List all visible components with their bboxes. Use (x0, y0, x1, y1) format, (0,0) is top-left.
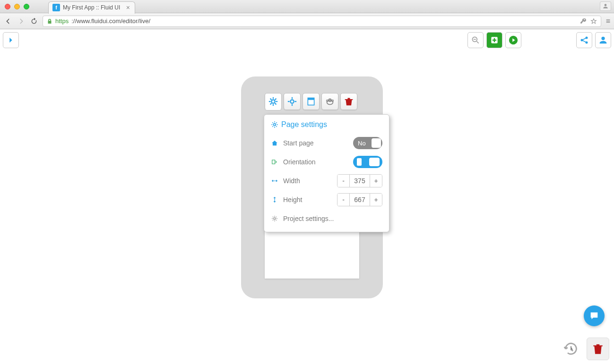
svg-line-13 (270, 99, 272, 100)
row-orientation: Orientation (271, 152, 382, 171)
svg-point-8 (271, 100, 275, 103)
tab-close-icon[interactable]: × (126, 4, 130, 11)
trash-icon (592, 343, 604, 355)
svg-line-44 (276, 220, 277, 220)
traffic-lights (5, 4, 29, 9)
orientation-toggle[interactable] (353, 156, 382, 168)
orientation-icon (271, 159, 278, 165)
trash-icon (344, 97, 354, 106)
row-project-settings[interactable]: Project settings... (271, 209, 382, 228)
history-button[interactable] (563, 341, 579, 357)
width-label: Width (283, 177, 332, 185)
svg-point-26 (327, 100, 329, 102)
user-icon (598, 35, 608, 45)
popover-title-text: Page settings (281, 120, 327, 129)
svg-line-14 (275, 103, 277, 105)
width-stepper: - + (337, 174, 382, 187)
chevron-right-icon (7, 36, 15, 44)
svg-rect-37 (272, 160, 275, 164)
help-button[interactable] (584, 305, 605, 326)
svg-line-43 (273, 217, 273, 217)
share-icon (579, 35, 589, 45)
width-input[interactable] (350, 175, 370, 187)
project-settings-label: Project settings... (283, 215, 382, 222)
add-page-button[interactable] (486, 32, 502, 48)
height-decrement[interactable]: - (337, 194, 350, 206)
svg-point-24 (327, 100, 333, 104)
arrow-right-icon (17, 17, 26, 25)
row-height: Height - + (271, 190, 382, 209)
star-icon[interactable] (590, 18, 597, 25)
chat-icon (589, 311, 599, 321)
svg-line-33 (272, 122, 273, 123)
window-zoom-button[interactable] (24, 4, 29, 9)
sidebar-toggle-button[interactable] (3, 32, 19, 48)
window-minimize-button[interactable] (14, 4, 20, 9)
page-clone-button[interactable] (321, 93, 338, 110)
gear-icon (271, 215, 278, 222)
svg-point-38 (274, 218, 276, 220)
play-button[interactable] (505, 32, 521, 48)
account-button[interactable] (595, 32, 611, 48)
nav-forward-button[interactable] (17, 17, 26, 25)
svg-line-46 (276, 217, 277, 217)
width-increment[interactable]: + (370, 175, 382, 187)
tab-title: My First App :: Fluid UI (63, 4, 120, 11)
nav-back-button[interactable] (4, 17, 12, 25)
key-icon[interactable] (580, 18, 587, 25)
svg-line-35 (272, 126, 273, 127)
browser-tab[interactable]: f My First App :: Fluid UI × (48, 1, 135, 14)
page-preview-button[interactable] (284, 93, 301, 110)
page-icon (306, 97, 316, 106)
start-page-toggle[interactable]: No (353, 137, 382, 149)
orientation-portrait (357, 158, 362, 166)
top-toolbar (467, 32, 611, 48)
address-bar: https://www.fluidui.com/editor/live/ ≡ (0, 13, 614, 29)
height-stepper: - + (337, 193, 382, 206)
plus-icon (490, 35, 499, 45)
row-start-page: Start page No (271, 134, 382, 152)
browser-chrome: f My First App :: Fluid UI × https://www… (0, 0, 614, 29)
page-delete-button[interactable] (340, 93, 357, 110)
bottom-right-tools (563, 338, 609, 360)
lock-icon (47, 18, 52, 24)
popover-title: Page settings (271, 120, 382, 129)
titlebar: f My First App :: Fluid UI × (0, 0, 614, 13)
svg-rect-23 (308, 98, 314, 100)
sheep-icon (325, 96, 335, 107)
chrome-profile-button[interactable] (600, 1, 611, 11)
url-https: https (55, 17, 69, 25)
gear-icon (287, 96, 297, 107)
svg-line-34 (276, 126, 277, 127)
svg-point-17 (290, 100, 294, 103)
orientation-label: Orientation (283, 158, 348, 166)
height-input[interactable] (350, 194, 370, 206)
reload-button[interactable] (30, 17, 38, 25)
tab-favicon: f (52, 4, 60, 11)
zoom-out-icon (471, 35, 480, 45)
width-decrement[interactable]: - (337, 175, 350, 187)
page-toolbar (265, 93, 357, 110)
height-increment[interactable]: + (370, 194, 382, 206)
window-close-button[interactable] (5, 4, 10, 9)
page-settings-button[interactable] (265, 93, 282, 110)
svg-point-28 (274, 124, 276, 126)
width-icon (271, 178, 278, 184)
home-icon (271, 140, 278, 146)
gear-icon (268, 96, 278, 107)
app-canvas[interactable]: Page settings Start page No Orientation (0, 29, 614, 364)
chrome-menu-button[interactable]: ≡ (606, 17, 610, 25)
height-label: Height (283, 196, 332, 203)
trash-button[interactable] (587, 338, 609, 360)
row-width: Width - + (271, 171, 382, 190)
url-path: ://www.fluidui.com/editor/live/ (71, 17, 150, 25)
gear-icon (271, 121, 278, 128)
zoom-out-button[interactable] (467, 32, 484, 48)
url-input[interactable]: https://www.fluidui.com/editor/live/ (43, 16, 601, 27)
start-page-label: Start page (283, 139, 348, 147)
page-notes-button[interactable] (303, 93, 320, 110)
toggle-text: No (358, 140, 366, 147)
share-button[interactable] (576, 32, 592, 48)
arrow-left-icon (4, 17, 12, 25)
history-icon (563, 341, 579, 357)
